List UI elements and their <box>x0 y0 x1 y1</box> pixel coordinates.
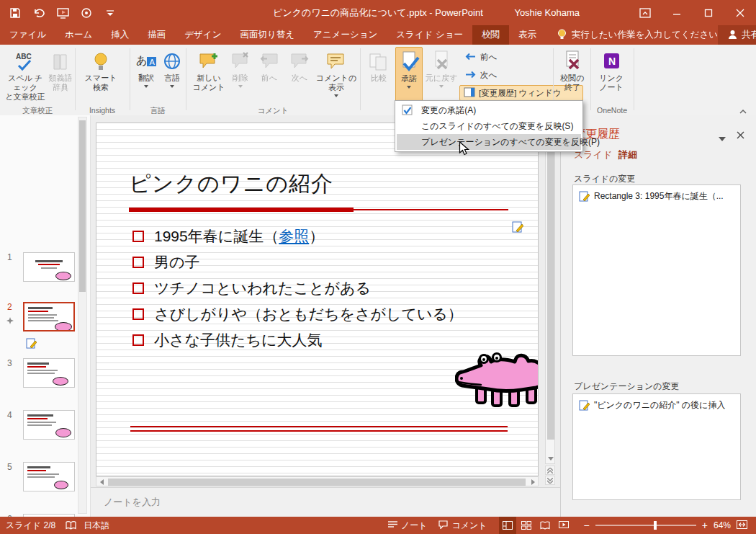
scroll-left-icon[interactable] <box>96 477 107 487</box>
pane-menu-icon[interactable] <box>719 131 726 144</box>
tab-animations[interactable]: アニメーション <box>304 25 387 45</box>
spell-check-button[interactable]: ABC スペル チェック と文章校正 <box>4 47 46 104</box>
linked-notes-button[interactable]: N リンク ノート <box>595 47 628 104</box>
zoom-slider-thumb[interactable] <box>654 521 657 530</box>
touch-mode-icon[interactable] <box>80 6 93 19</box>
previous-slide-button[interactable] <box>545 466 555 475</box>
next-slide-button[interactable] <box>545 476 555 485</box>
previous-change-button[interactable]: 前へ <box>461 49 507 65</box>
slide-changes-label: スライドの変更 <box>574 173 635 185</box>
compare-button[interactable]: 比較 <box>364 47 393 104</box>
end-review-button[interactable]: 校閲の 終了 <box>557 47 588 104</box>
slide-counter[interactable]: スライド 2/8 <box>6 520 55 532</box>
smart-lookup-button[interactable]: スマート 検索 <box>81 47 121 104</box>
pink-crocodile-drawing[interactable] <box>455 350 539 416</box>
title-bar: ピンクのワニの商品化について.pptx - PowerPoint Yoshie … <box>0 0 756 25</box>
comments-toggle[interactable]: コメント <box>438 520 487 532</box>
bullet-item[interactable]: 男の子 <box>132 250 200 275</box>
next-change-button[interactable]: 次へ <box>461 67 507 83</box>
reject-change-button[interactable]: 元に戻す <box>425 47 458 104</box>
tab-draw[interactable]: 描画 <box>138 25 175 45</box>
hyperlink[interactable]: 参照 <box>279 228 309 244</box>
close-button[interactable] <box>724 0 756 25</box>
maximize-button[interactable] <box>693 0 724 25</box>
accept-change-icon <box>398 48 420 72</box>
bullet-item[interactable]: 1995年春に誕生（参照） <box>132 224 324 249</box>
slide-thumbnail[interactable] <box>23 462 75 491</box>
change-item-icon <box>579 191 590 206</box>
menu-item-accept-all-presentation[interactable]: プレゼンテーションのすべての変更を反映(P) <box>397 134 581 150</box>
customize-qat-icon[interactable] <box>104 6 117 19</box>
zoom-in-button[interactable]: + <box>702 520 708 531</box>
chevron-down-icon <box>238 85 243 88</box>
smart-lookup-icon <box>91 47 110 71</box>
thesaurus-button[interactable]: 類義語 辞典 <box>46 47 75 104</box>
slide-canvas[interactable]: ピンクのワニの紹介 1995年春に誕生（参照） 男の子 ツチノコといわれたことが… <box>96 123 539 476</box>
next-comment-button[interactable]: 次へ <box>285 47 314 104</box>
tab-slideshow[interactable]: スライド ショー <box>387 25 472 45</box>
undo-icon[interactable] <box>32 6 45 19</box>
start-slideshow-icon[interactable] <box>56 6 69 19</box>
translate-button[interactable]: あA 翻訳 <box>134 47 158 104</box>
slide-vertical-scrollbar[interactable] <box>545 119 555 464</box>
linked-notes-icon: N <box>601 47 621 71</box>
revision-marker-icon[interactable] <box>512 221 523 236</box>
scroll-right-icon[interactable] <box>528 477 538 487</box>
bullet-item[interactable]: ツチノコといわれたことがある <box>132 276 371 301</box>
tab-review[interactable]: 校閲 <box>472 25 509 45</box>
presentation-change-item[interactable]: "ピンクのワニの紹介" の後に挿入 <box>573 394 740 415</box>
slide-thumbnail[interactable] <box>23 410 75 440</box>
view-slideshow-button[interactable] <box>555 517 572 534</box>
chevron-down-icon <box>334 94 338 97</box>
minimize-button[interactable] <box>661 0 693 25</box>
previous-comment-button[interactable]: 前へ <box>255 47 284 104</box>
menu-item-accept-all-slide[interactable]: このスライドのすべての変更を反映(S) <box>397 118 581 134</box>
scroll-down-icon[interactable] <box>546 453 556 463</box>
tab-home[interactable]: ホーム <box>55 25 102 45</box>
view-reading-button[interactable] <box>536 517 554 534</box>
slide-thumbnail[interactable] <box>23 252 75 282</box>
bullet-item[interactable]: 小さな子供たちに大人気 <box>132 328 322 352</box>
new-comment-button[interactable]: 新しい コメント <box>192 47 226 104</box>
menu-item-accept-change[interactable]: 変更の承諾(A) <box>397 102 581 118</box>
notes-pane[interactable]: ノートを入力 <box>91 487 560 517</box>
input-language[interactable]: 日本語 <box>84 520 109 532</box>
slide-title[interactable]: ピンクのワニの紹介 <box>129 169 333 199</box>
accept-change-button[interactable]: 承諾 <box>395 47 423 104</box>
language-button[interactable]: 言語 <box>160 47 184 104</box>
zoom-level[interactable]: 64% <box>714 520 731 530</box>
show-comments-button[interactable]: コメントの 表示 <box>315 47 357 104</box>
zoom-fit-icon[interactable] <box>737 520 747 531</box>
revisions-tab-details[interactable]: 詳細 <box>618 148 637 161</box>
tab-insert[interactable]: 挿入 <box>102 25 138 45</box>
slide-horizontal-scrollbar[interactable] <box>96 476 539 486</box>
share-button[interactable]: 共有 <box>718 25 756 45</box>
view-normal-button[interactable] <box>499 517 516 534</box>
tab-view[interactable]: 表示 <box>509 25 546 45</box>
notes-placeholder[interactable]: ノートを入力 <box>104 496 161 509</box>
save-icon[interactable] <box>9 6 22 19</box>
pane-close-icon[interactable] <box>737 129 744 142</box>
animation-star-icon <box>6 314 14 327</box>
revision-marker-icon[interactable] <box>26 338 37 352</box>
slide-number: 2 <box>7 302 12 312</box>
tell-me-box[interactable]: 実行したい作業を入力してください <box>557 25 718 45</box>
tab-transitions[interactable]: 画面切り替え <box>230 25 304 45</box>
menu-accept-check-icon <box>402 104 413 118</box>
zoom-out-button[interactable]: − <box>584 520 590 531</box>
thumbnail-scrollbar[interactable] <box>78 117 87 514</box>
tab-file[interactable]: ファイル <box>0 25 55 45</box>
notes-toggle[interactable]: ノート <box>388 520 428 532</box>
zoom-slider[interactable] <box>595 525 696 526</box>
delete-comment-button[interactable]: 削除 <box>228 47 253 104</box>
account-user-name[interactable]: Yoshie Kohama <box>514 0 580 25</box>
ribbon-display-options-icon[interactable] <box>629 0 661 25</box>
proofing-status-icon[interactable] <box>66 521 76 530</box>
bullet-item[interactable]: さびしがりや（おともだちをさがしている） <box>132 302 463 326</box>
tab-design[interactable]: デザイン <box>175 25 230 45</box>
slide-thumbnail-selected[interactable] <box>23 302 75 331</box>
slide-change-item[interactable]: Rectangle 3: 1995年春に誕生（... <box>573 185 740 206</box>
view-slide-sorter-button[interactable] <box>518 517 535 534</box>
group-label-onenote: OneNote <box>590 106 634 115</box>
slide-thumbnail[interactable] <box>23 358 75 388</box>
